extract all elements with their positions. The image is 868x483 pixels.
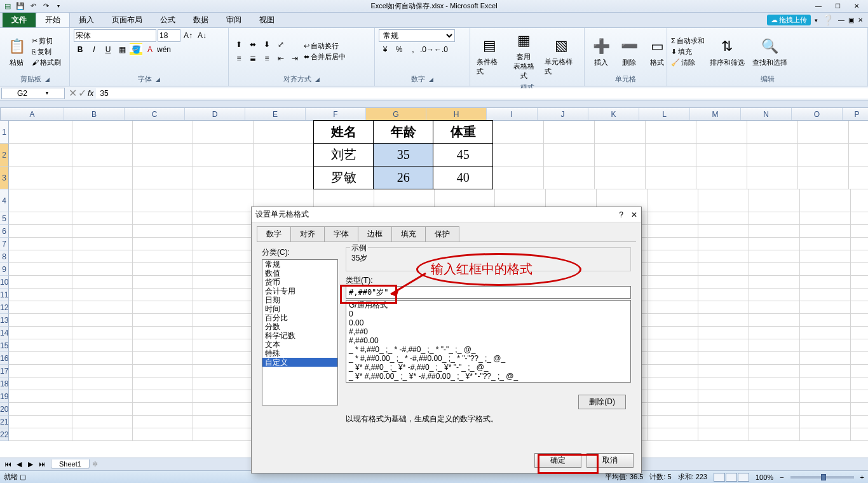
cell[interactable] xyxy=(749,428,800,441)
cell[interactable] xyxy=(851,365,868,378)
cell[interactable] xyxy=(595,121,646,144)
row-header[interactable]: 9 xyxy=(0,263,9,276)
cell[interactable] xyxy=(851,378,868,390)
cell[interactable] xyxy=(698,225,749,238)
cell[interactable] xyxy=(698,301,749,314)
cell[interactable]: 40 xyxy=(433,166,493,189)
cell[interactable] xyxy=(800,327,851,339)
indent-inc-icon[interactable]: ⇥ xyxy=(288,52,301,65)
col-header[interactable]: K xyxy=(588,108,639,120)
cell[interactable] xyxy=(193,250,254,263)
cell[interactable] xyxy=(747,167,798,189)
cell[interactable] xyxy=(648,352,698,365)
cell[interactable] xyxy=(595,144,646,167)
cell[interactable]: 35 xyxy=(373,143,433,167)
align-right-icon[interactable]: ≡ xyxy=(261,52,273,65)
col-header[interactable]: F xyxy=(306,108,366,120)
cell[interactable] xyxy=(648,250,698,263)
cell[interactable] xyxy=(749,263,800,276)
cell[interactable] xyxy=(133,121,193,144)
cell[interactable] xyxy=(72,390,133,403)
type-list-item[interactable]: 0.00 xyxy=(346,318,630,327)
cell[interactable] xyxy=(698,189,749,212)
tab-file[interactable]: 文件 xyxy=(3,13,36,27)
cell[interactable] xyxy=(648,276,698,289)
comma-icon[interactable]: , xyxy=(407,43,419,56)
cell[interactable] xyxy=(851,390,868,403)
cell[interactable] xyxy=(648,212,698,225)
wrap-button[interactable]: ↩自动换行 xyxy=(304,41,346,51)
cell[interactable] xyxy=(749,276,800,289)
type-list-item[interactable]: _ * #,##0_ ;_ * -#,##0_ ;_ * "-"_ ;_ @_ xyxy=(346,345,630,354)
cell[interactable] xyxy=(193,416,254,428)
type-list-item[interactable]: _ ¥* #,##0.00_ ;_ ¥* -#,##0.00_ ;_ ¥* "-… xyxy=(346,372,630,381)
cell[interactable] xyxy=(72,301,133,314)
cell[interactable] xyxy=(851,428,868,441)
col-header[interactable]: M xyxy=(690,108,741,120)
format-cells-button[interactable]: ▭格式 xyxy=(644,35,670,69)
autosum-button[interactable]: Σ自动求和 xyxy=(671,36,705,46)
cell[interactable] xyxy=(193,390,254,403)
cell[interactable] xyxy=(9,416,72,428)
min-ribbon-icon[interactable]: — xyxy=(838,17,844,24)
cell[interactable] xyxy=(254,144,314,167)
category-item[interactable]: 百分比 xyxy=(262,313,337,322)
cell[interactable] xyxy=(800,416,851,428)
cell[interactable] xyxy=(9,301,72,314)
cell[interactable] xyxy=(800,314,851,327)
cell[interactable] xyxy=(72,167,133,189)
cell[interactable] xyxy=(648,403,698,416)
cell[interactable] xyxy=(72,144,133,167)
cell-styles-button[interactable]: ▧单元格样式 xyxy=(542,34,580,78)
cell[interactable] xyxy=(193,289,254,301)
cell[interactable] xyxy=(800,238,851,250)
dialog-tab[interactable]: 对齐 xyxy=(290,226,325,242)
row-header[interactable]: 17 xyxy=(0,365,9,378)
cell[interactable] xyxy=(800,378,851,390)
redo-icon[interactable]: ↷ xyxy=(41,1,51,11)
cell[interactable] xyxy=(133,144,193,167)
bold-button[interactable]: B xyxy=(74,43,86,56)
cell[interactable] xyxy=(193,144,254,167)
row-header[interactable]: 20 xyxy=(0,403,9,416)
type-input[interactable] xyxy=(346,286,631,299)
col-header[interactable]: H xyxy=(426,108,487,120)
cell[interactable] xyxy=(9,238,72,250)
cancel-formula-icon[interactable]: ✕ xyxy=(69,87,77,99)
row-header[interactable]: 16 xyxy=(0,352,9,365)
type-list-item[interactable]: _ ¥* #,##0_ ;_ ¥* -#,##0_ ;_ ¥* "-"_ ;_ … xyxy=(346,363,630,372)
cell[interactable] xyxy=(646,167,696,189)
cell[interactable] xyxy=(648,289,698,301)
cell[interactable] xyxy=(698,339,749,352)
cell[interactable] xyxy=(133,250,193,263)
row-header[interactable]: 3 xyxy=(0,167,9,189)
cell[interactable] xyxy=(749,238,800,250)
row-header[interactable]: 8 xyxy=(0,250,9,263)
col-header[interactable]: D xyxy=(185,108,245,120)
cell[interactable] xyxy=(493,121,544,144)
cell[interactable] xyxy=(193,238,254,250)
new-sheet-icon[interactable]: ✲ xyxy=(92,460,98,468)
cell[interactable] xyxy=(133,403,193,416)
paste-button[interactable]: 📋粘贴 xyxy=(4,35,29,69)
zoom-slider[interactable] xyxy=(790,476,854,479)
cell[interactable] xyxy=(749,225,800,238)
cell[interactable] xyxy=(851,314,868,327)
cell[interactable] xyxy=(851,403,868,416)
tab-insert[interactable]: 插入 xyxy=(70,13,103,27)
cell[interactable] xyxy=(648,314,698,327)
cell[interactable] xyxy=(72,327,133,339)
cell[interactable] xyxy=(800,403,851,416)
macro-record-icon[interactable]: ▢ xyxy=(20,473,26,480)
type-list-item[interactable]: #,##0 xyxy=(346,327,630,336)
category-item[interactable]: 时间 xyxy=(262,304,337,313)
view-break-icon[interactable] xyxy=(738,473,749,482)
cell[interactable] xyxy=(696,144,747,167)
font-color-button[interactable]: A xyxy=(144,43,156,56)
cell[interactable] xyxy=(851,289,868,301)
cell[interactable] xyxy=(747,121,798,144)
cell[interactable] xyxy=(193,327,254,339)
help-icon[interactable]: ❔ xyxy=(822,14,834,26)
cell[interactable] xyxy=(648,365,698,378)
zoom-in-icon[interactable]: + xyxy=(860,473,864,481)
